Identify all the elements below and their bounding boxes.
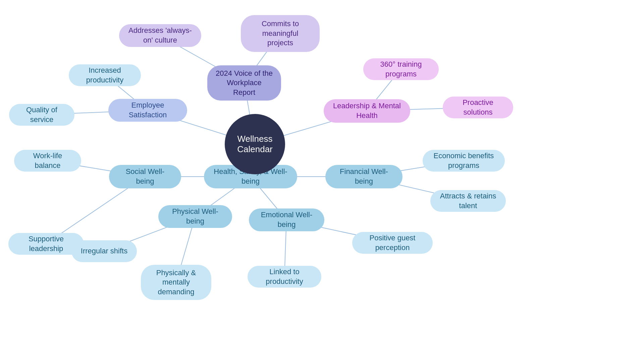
financial-wellbeing-node[interactable]: Financial Well-being [325, 165, 402, 188]
increased-prod-label: Increased productivity [77, 66, 133, 85]
proactive-solutions-node[interactable]: Proactive solutions [443, 97, 513, 118]
attracts-retains-node[interactable]: Attracts & retains talent [430, 190, 506, 212]
employee-satisfaction-node[interactable]: Employee Satisfaction [108, 99, 187, 122]
training-360-node[interactable]: 360° training programs [363, 58, 439, 80]
work-life-label: Work-life balance [22, 151, 73, 170]
attracts-label: Attracts & retains talent [438, 191, 498, 210]
proactive-label: Proactive solutions [451, 98, 505, 117]
quality-of-service-node[interactable]: Quality of service [9, 104, 74, 126]
irregular-shifts-node[interactable]: Irregular shifts [71, 240, 137, 262]
commits-node[interactable]: Commits to meaningful projects [241, 15, 320, 52]
economic-label: Economic benefits programs [431, 151, 497, 170]
leadership-mh-label: Leadership & Mental Health [332, 101, 402, 120]
positive-guest-label: Positive guest perception [360, 233, 425, 252]
leadership-mental-health-node[interactable]: Leadership & Mental Health [324, 99, 410, 123]
addresses-node[interactable]: Addresses 'always-on' culture [119, 24, 201, 47]
report-node[interactable]: 2024 Voice of the Workplace Report [207, 65, 281, 101]
employee-sat-label: Employee Satisfaction [116, 101, 179, 120]
report-label: 2024 Voice of the Workplace Report [215, 69, 273, 98]
social-wellbeing-node[interactable]: Social Well-being [109, 165, 181, 188]
center-label: Wellness Calendar [225, 134, 285, 155]
quality-label: Quality of service [17, 105, 66, 124]
supportive-label: Supportive leadership [16, 234, 76, 253]
center-node[interactable]: Wellness Calendar [225, 114, 285, 174]
social-label: Social Well-being [117, 167, 173, 186]
commits-label: Commits to meaningful projects [249, 19, 312, 48]
linked-prod-label: Linked to productivity [256, 267, 313, 286]
increased-productivity-node[interactable]: Increased productivity [69, 64, 141, 86]
mind-map-diagram: Wellness Calendar 2024 Voice of the Work… [0, 0, 644, 362]
connection-lines [0, 0, 644, 362]
emotional-wellbeing-node[interactable]: Emotional Well-being [249, 208, 324, 231]
physically-mentally-label: Physically & mentally demanding [149, 268, 203, 297]
physically-mentally-demanding-node[interactable]: Physically & mentally demanding [141, 265, 211, 300]
addresses-label: Addresses 'always-on' culture [127, 26, 193, 45]
linked-productivity-node[interactable]: Linked to productivity [248, 266, 321, 288]
irregular-label: Irregular shifts [81, 246, 127, 256]
financial-label: Financial Well-being [333, 167, 394, 186]
training360-label: 360° training programs [371, 60, 431, 79]
emotional-label: Emotional Well-being [257, 210, 316, 229]
work-life-balance-node[interactable]: Work-life balance [14, 150, 81, 172]
physical-wellbeing-node[interactable]: Physical Well-being [158, 205, 232, 228]
economic-benefits-node[interactable]: Economic benefits programs [423, 150, 505, 172]
physical-label: Physical Well-being [166, 207, 224, 226]
positive-guest-perception-node[interactable]: Positive guest perception [352, 232, 433, 254]
